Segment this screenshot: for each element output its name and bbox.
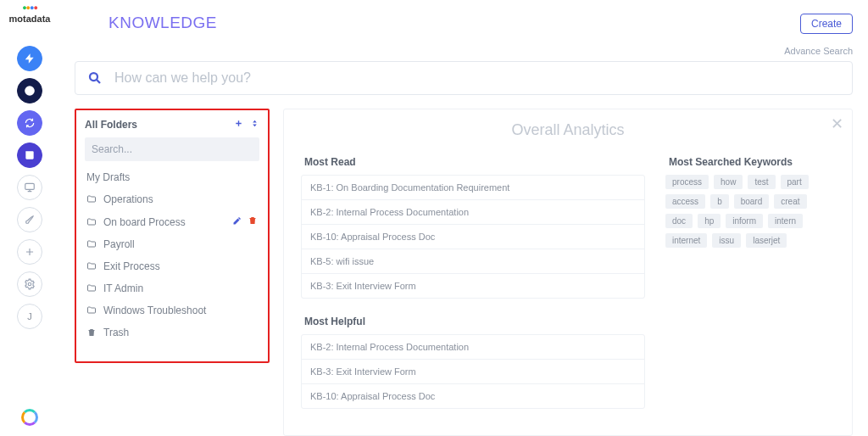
- folder-trash[interactable]: Trash: [85, 321, 259, 344]
- keyword-tag[interactable]: issu: [712, 233, 741, 248]
- folder-item[interactable]: Exit Process: [85, 255, 259, 277]
- folder-item[interactable]: Payroll: [85, 233, 259, 255]
- svg-rect-3: [27, 153, 32, 154]
- nav-user[interactable]: J: [17, 304, 42, 329]
- svg-point-7: [90, 73, 97, 81]
- sync-icon: [24, 117, 36, 129]
- folder-item[interactable]: On board Process: [85, 210, 259, 233]
- nav-add[interactable]: [17, 239, 42, 265]
- folder-my-drafts[interactable]: My Drafts: [85, 166, 259, 188]
- article-item[interactable]: KB-5: wifi issue: [302, 249, 644, 274]
- page-title: KNOWLEDGE: [108, 14, 217, 32]
- folder-icon: [86, 261, 97, 271]
- article-item[interactable]: KB-2: Internal Process Documentation: [302, 335, 644, 360]
- article-item[interactable]: KB-10: Appraisal Process Doc: [302, 225, 644, 249]
- rocket-icon: [24, 214, 36, 226]
- keyword-tag[interactable]: process: [665, 175, 709, 189]
- keywords-title: Most Searched Keywords: [665, 156, 835, 168]
- plus-icon: [24, 246, 36, 258]
- article-item[interactable]: KB-3: Exit Interview Form: [302, 360, 644, 384]
- analytics-panel: ✕ Overall Analytics Most Read KB-1: On B…: [283, 109, 853, 436]
- most-helpful-list: KB-2: Internal Process DocumentationKB-3…: [301, 334, 645, 409]
- gear-icon: [24, 278, 36, 290]
- keyword-tag[interactable]: board: [734, 194, 770, 209]
- folder-label: Trash: [103, 327, 129, 338]
- article-item[interactable]: KB-1: On Boarding Documentation Requirem…: [302, 176, 644, 200]
- user-avatar-letter: J: [27, 311, 32, 321]
- folder-label: Payroll: [103, 238, 135, 250]
- folder-icon: [86, 217, 97, 227]
- folder-icon: [86, 305, 97, 316]
- nav-rocket[interactable]: [17, 207, 42, 232]
- alert-icon: [24, 85, 36, 97]
- keyword-tag[interactable]: how: [714, 175, 743, 189]
- svg-rect-2: [29, 92, 30, 93]
- svg-rect-5: [25, 183, 35, 189]
- nav-alert[interactable]: [17, 78, 42, 103]
- sort-icon: [250, 119, 259, 128]
- nav-monitor[interactable]: [17, 175, 42, 200]
- keyword-tag[interactable]: b: [710, 194, 729, 209]
- nav-sync[interactable]: [17, 110, 42, 136]
- pencil-icon: [232, 215, 242, 226]
- svg-point-6: [28, 282, 31, 286]
- advance-search-link[interactable]: Advance Search: [75, 46, 853, 56]
- sidebar: ●●●● motadata J: [0, 0, 59, 436]
- search-bar[interactable]: [75, 61, 853, 95]
- folder-item[interactable]: Operations: [85, 188, 259, 210]
- plus-icon: [234, 119, 243, 128]
- keyword-tags: processhowtestpartaccessbboardcreatdochp…: [665, 175, 835, 248]
- article-item[interactable]: KB-3: Exit Interview Form: [302, 274, 644, 298]
- delete-folder-button[interactable]: [248, 215, 258, 228]
- book-icon: [24, 149, 36, 161]
- folder-label: My Drafts: [86, 171, 130, 183]
- header: KNOWLEDGE Create: [75, 14, 853, 34]
- create-button[interactable]: Create: [800, 14, 853, 34]
- search-input[interactable]: [114, 70, 840, 86]
- keyword-tag[interactable]: access: [665, 194, 705, 209]
- svg-rect-1: [29, 88, 30, 92]
- status-ring-icon: [21, 409, 38, 426]
- brand-logo: ●●●● motadata: [3, 3, 57, 34]
- keyword-tag[interactable]: intern: [768, 214, 803, 228]
- folder-item[interactable]: Windows Troubleshoot: [85, 299, 259, 321]
- keyword-tag[interactable]: test: [748, 175, 775, 189]
- most-read-title: Most Read: [301, 156, 645, 168]
- edit-folder-button[interactable]: [232, 215, 242, 228]
- keyword-tag[interactable]: laserjet: [746, 233, 787, 248]
- folder-icon: [86, 283, 97, 293]
- most-read-list: KB-1: On Boarding Documentation Requirem…: [301, 175, 645, 299]
- keyword-tag[interactable]: hp: [698, 214, 721, 228]
- most-helpful-title: Most Helpful: [301, 316, 645, 327]
- nav-knowledge[interactable]: [17, 143, 42, 168]
- folder-icon: [86, 194, 97, 204]
- logo-dots-icon: ●●●●: [22, 3, 37, 12]
- folder-label: IT Admin: [103, 282, 143, 294]
- svg-rect-4: [27, 154, 32, 155]
- nav-settings[interactable]: [17, 271, 42, 297]
- folder-icon: [86, 239, 97, 249]
- sort-folders-button[interactable]: [250, 119, 259, 131]
- keyword-tag[interactable]: internet: [665, 233, 707, 248]
- analytics-title: Overall Analytics: [301, 121, 835, 139]
- trash-icon: [86, 327, 97, 338]
- folder-label: Windows Troubleshoot: [103, 305, 206, 316]
- monitor-icon: [24, 182, 36, 193]
- keyword-tag[interactable]: inform: [726, 214, 763, 228]
- folder-item[interactable]: IT Admin: [85, 277, 259, 299]
- folder-label: On board Process: [103, 216, 186, 228]
- folder-label: Exit Process: [103, 260, 160, 272]
- brand-label: motadata: [9, 14, 51, 24]
- keyword-tag[interactable]: doc: [665, 214, 693, 228]
- keyword-tag[interactable]: part: [781, 175, 809, 189]
- add-folder-button[interactable]: [234, 119, 243, 131]
- folder-header-label: All Folders: [85, 119, 137, 131]
- folder-label: Operations: [103, 193, 153, 205]
- close-analytics-button[interactable]: ✕: [831, 115, 843, 133]
- keyword-tag[interactable]: creat: [774, 194, 806, 209]
- nav-bolt[interactable]: [17, 46, 42, 71]
- bolt-icon: [24, 53, 36, 64]
- article-item[interactable]: KB-2: Internal Process Documentation: [302, 200, 644, 225]
- article-item[interactable]: KB-10: Appraisal Process Doc: [302, 384, 644, 408]
- folder-search-input[interactable]: [85, 137, 259, 161]
